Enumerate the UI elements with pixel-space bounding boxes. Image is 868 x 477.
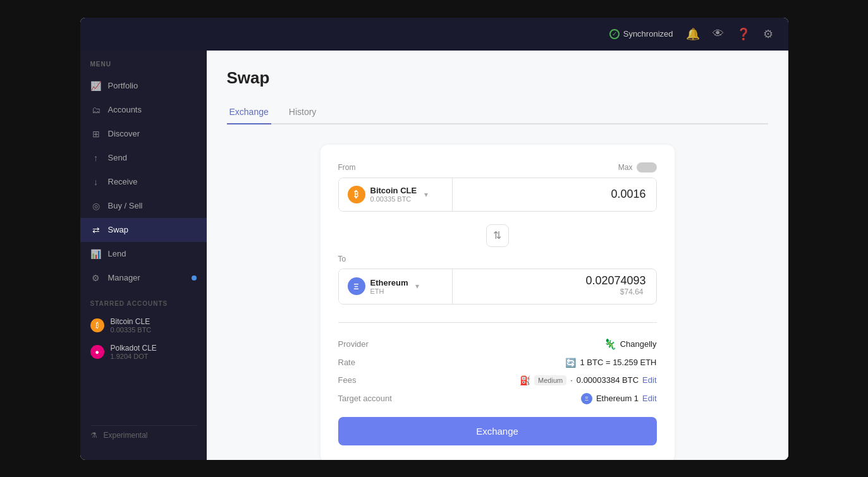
main-layout: MENU 📈 Portfolio 🗂 Accounts ⊞ Discover ↑… [80,51,788,460]
from-token-select[interactable]: ₿ Bitcoin CLE 0.00335 BTC ▾ [339,178,453,211]
from-token-balance: 0.00335 BTC [370,195,417,203]
sidebar: MENU 📈 Portfolio 🗂 Accounts ⊞ Discover ↑… [80,51,207,460]
swap-arrow-container: ⇅ [338,217,657,255]
sidebar-item-portfolio[interactable]: 📈 Portfolio [80,74,207,98]
to-token-symbol: ETH [370,287,408,295]
rate-row: Rate 🔄 1 BTC = 15.259 ETH [338,358,657,368]
exchange-button[interactable]: Exchange [338,417,657,445]
discover-icon: ⊞ [90,128,102,140]
bitcoin-account-balance: 0.00335 BTC [111,326,152,334]
to-label: To [338,255,346,263]
starred-accounts-label: STARRED ACCOUNTS [80,290,207,312]
app-window: ✓ Synchronized 🔔 👁 ❓ ⚙ MENU 📈 Portfolio … [80,18,788,460]
to-token-select[interactable]: Ξ Ethereum ETH ▾ [339,269,453,304]
sidebar-item-label: Send [108,153,127,162]
page-title: Swap [227,68,768,88]
polkadot-account-icon: ● [90,345,104,359]
sidebar-item-discover[interactable]: ⊞ Discover [80,122,207,146]
target-edit-link[interactable]: Edit [642,394,656,403]
bitcoin-account-icon: ₿ [90,318,104,332]
sidebar-item-label: Manager [108,273,140,282]
target-eth-icon: Ξ [581,393,592,404]
swap-direction-button[interactable]: ⇅ [486,224,509,247]
to-token-chevron: ▾ [415,282,419,291]
to-token-info: Ethereum ETH [370,278,408,295]
sidebar-item-label: Receive [108,177,138,186]
from-token-icon: ₿ [348,186,365,203]
sidebar-item-send[interactable]: ↑ Send [80,146,207,170]
bitcoin-account-name: Bitcoin CLE [111,317,152,326]
sidebar-bottom: ⚗ Experimental [80,420,207,450]
from-token-name: Bitcoin CLE [370,186,417,195]
sidebar-item-manager[interactable]: ⚙ Manager [80,266,207,290]
fee-type-badge: Medium [534,375,566,385]
top-bar: ✓ Synchronized 🔔 👁 ❓ ⚙ [80,18,788,51]
sidebar-item-swap[interactable]: ⇄ Swap [80,218,207,242]
receive-icon: ↓ [90,176,102,188]
divider-1 [338,322,657,323]
tab-history[interactable]: History [286,100,319,124]
eye-icon[interactable]: 👁 [712,27,724,40]
tab-exchange[interactable]: Exchange [227,100,271,124]
to-amount: 0.02074093 [585,274,645,287]
experimental-label: Experimental [104,431,148,440]
starred-polkadot[interactable]: ● Polkadot CLE 1.9204 DOT [80,339,207,365]
info-section: Provider 🦎 Changelly Rate 🔄 1 BTC = 15.2… [338,315,657,404]
sidebar-item-label: Discover [108,129,140,138]
max-switch[interactable] [637,162,657,172]
bitcoin-account-info: Bitcoin CLE 0.00335 BTC [111,317,152,334]
max-toggle[interactable]: Max [618,162,657,172]
swap-icon: ⇄ [90,224,102,236]
sidebar-item-receive[interactable]: ↓ Receive [80,170,207,194]
rate-label: Rate [338,358,355,367]
sidebar-item-label: Swap [108,225,129,234]
sidebar-item-label: Lend [108,249,126,258]
rate-text: 1 BTC = 15.259 ETH [580,358,656,367]
fees-row: Fees ⛽ Medium · 0.00003384 BTC Edit [338,375,657,385]
sync-status: ✓ Synchronized [609,29,673,39]
provider-name: Changelly [620,339,657,349]
fees-edit-link[interactable]: Edit [642,375,656,385]
sidebar-item-accounts[interactable]: 🗂 Accounts [80,98,207,122]
from-token-input-row: ₿ Bitcoin CLE 0.00335 BTC ▾ [338,178,657,212]
menu-label: MENU [80,61,207,74]
swap-content: From Max ₿ Bitcoin CLE 0.00335 BTC [207,124,788,460]
provider-row: Provider 🦎 Changelly [338,338,657,350]
rate-icon: 🔄 [565,358,576,368]
polkadot-account-balance: 1.9204 DOT [111,353,157,360]
target-value: Ξ Ethereum 1 Edit [581,393,657,404]
experimental-icon: ⚗ [90,431,97,440]
to-token-icon: Ξ [348,277,365,295]
polkadot-account-name: Polkadot CLE [111,344,157,353]
rate-value: 🔄 1 BTC = 15.259 ETH [565,358,656,368]
sidebar-item-label: Portfolio [108,81,138,90]
from-token-info: Bitcoin CLE 0.00335 BTC [370,186,417,203]
max-label: Max [618,163,633,172]
fees-icon: ⛽ [520,375,530,385]
portfolio-icon: 📈 [90,80,102,92]
bell-icon[interactable]: 🔔 [686,27,700,41]
sidebar-item-buy-sell[interactable]: ◎ Buy / Sell [80,194,207,218]
sidebar-item-lend[interactable]: 📊 Lend [80,242,207,266]
settings-icon[interactable]: ⚙ [763,27,773,41]
tabs: Exchange History [227,100,768,124]
provider-value: 🦎 Changelly [604,338,657,350]
fees-label: Fees [338,375,357,385]
starred-bitcoin[interactable]: ₿ Bitcoin CLE 0.00335 BTC [80,312,207,339]
fees-value: ⛽ Medium · 0.00003384 BTC Edit [520,375,656,385]
to-token-name: Ethereum [370,278,408,287]
content-area: Swap Exchange History From Max [207,51,788,460]
experimental-item[interactable]: ⚗ Experimental [90,425,197,445]
sync-label: Synchronized [623,29,673,39]
provider-label: Provider [338,339,369,349]
buy-sell-icon: ◎ [90,200,102,212]
sidebar-item-label: Buy / Sell [108,201,143,210]
from-amount-input[interactable] [453,178,656,211]
to-field-header: To [338,255,657,263]
fees-amount: 0.00003384 BTC [577,375,639,385]
help-icon[interactable]: ❓ [737,27,750,41]
sync-icon: ✓ [609,29,620,39]
lend-icon: 📊 [90,248,102,260]
from-field-header: From Max [338,162,657,172]
send-icon: ↑ [90,152,102,164]
